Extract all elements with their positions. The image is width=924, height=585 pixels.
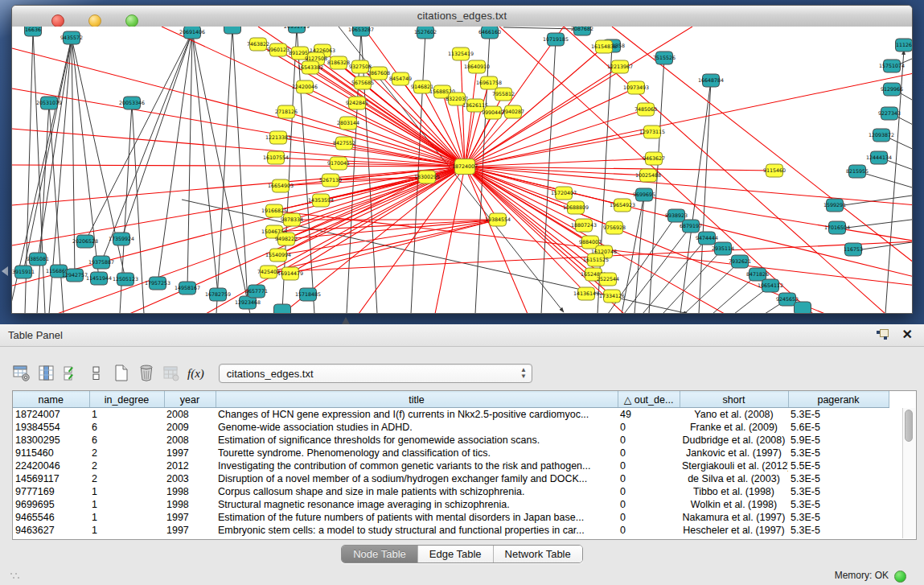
cell-pagerank[interactable]: 5.9E-5: [788, 434, 889, 447]
table-row[interactable]: 1456911722003Disruption of a novel membe…: [13, 472, 889, 485]
cell-out_degree[interactable]: 0: [618, 421, 680, 434]
cell-title[interactable]: Tourette syndrome. Phenomenology and cla…: [216, 447, 618, 459]
cell-title[interactable]: Disruption of a novel member of a sodium…: [216, 472, 618, 485]
table-row[interactable]: 911546021997Tourette syndrome. Phenomeno…: [13, 447, 889, 459]
table-row[interactable]: 946362711997Embryonic stem cells: a mode…: [13, 524, 889, 537]
cell-short[interactable]: Tibbo et al. (1998): [680, 485, 788, 498]
cell-short[interactable]: Dudbridge et al. (2008): [680, 434, 788, 447]
column-header-title[interactable]: title: [216, 392, 618, 408]
cell-name[interactable]: 9463627: [13, 524, 89, 537]
cell-year[interactable]: 2008: [164, 408, 216, 421]
cell-year[interactable]: 2009: [164, 421, 216, 434]
column-header-in_degree[interactable]: in_degree: [89, 392, 164, 408]
cell-title[interactable]: Genome-wide association studies in ADHD.: [216, 421, 618, 434]
cell-title[interactable]: Estimation of the future numbers of pati…: [216, 511, 618, 524]
cell-year[interactable]: 2012: [164, 459, 216, 472]
column-header-year[interactable]: year: [164, 392, 216, 408]
cell-out_degree[interactable]: 0: [618, 472, 680, 485]
cell-name[interactable]: 9465546: [13, 511, 89, 524]
table-row[interactable]: 977716911998Corpus callosum shape and si…: [13, 485, 889, 498]
cell-out_degree[interactable]: 0: [618, 447, 680, 459]
cell-short[interactable]: de Silva et al. (2003): [680, 472, 788, 485]
column-header-short[interactable]: short: [680, 392, 788, 408]
table-row[interactable]: 1872400712008Changes of HCN gene express…: [13, 408, 889, 421]
cell-out_degree[interactable]: 0: [618, 511, 680, 524]
column-header-pagerank[interactable]: pagerank: [788, 392, 889, 408]
cell-in_degree[interactable]: 2: [89, 447, 164, 459]
cell-in_degree[interactable]: 1: [89, 485, 164, 498]
cell-in_degree[interactable]: 1: [89, 498, 164, 511]
cell-year[interactable]: 1998: [164, 498, 216, 511]
cell-name[interactable]: 18300295: [13, 434, 89, 447]
cell-pagerank[interactable]: 5.3E-5: [788, 447, 889, 459]
cell-out_degree[interactable]: 0: [618, 434, 680, 447]
cell-year[interactable]: 2008: [164, 434, 216, 447]
cell-pagerank[interactable]: 5.3E-5: [788, 524, 889, 537]
cell-year[interactable]: 1997: [164, 447, 216, 459]
cell-title[interactable]: Investigating the contribution of common…: [216, 459, 618, 472]
cell-title[interactable]: Estimation of significance thresholds fo…: [216, 434, 618, 447]
cell-short[interactable]: Franke et al. (2009): [680, 421, 788, 434]
graph-node[interactable]: [274, 304, 291, 313]
cell-out_degree[interactable]: 0: [618, 459, 680, 472]
cell-short[interactable]: Yano et al. (2008): [680, 408, 788, 421]
cell-title[interactable]: Corpus callosum shape and size in male p…: [216, 485, 618, 498]
cell-name[interactable]: 9777169: [13, 485, 89, 498]
cell-name[interactable]: 14569117: [13, 472, 89, 485]
cell-name[interactable]: 19384554: [13, 421, 89, 434]
table-row[interactable]: 969969511998Structural magnetic resonanc…: [13, 498, 889, 511]
cell-pagerank[interactable]: 5.3E-5: [788, 472, 889, 485]
show-columns-icon[interactable]: [36, 363, 57, 384]
table-row[interactable]: 1830029562008Estimation of significance …: [13, 434, 889, 447]
column-header-out_degree[interactable]: △ out_de...: [618, 392, 680, 408]
cell-title[interactable]: Changes of HCN gene expression and I(f) …: [216, 408, 618, 421]
tab-network-table[interactable]: Network Table: [494, 546, 582, 562]
cell-in_degree[interactable]: 6: [89, 421, 164, 434]
cell-pagerank[interactable]: 5.3E-5: [788, 485, 889, 498]
cell-pagerank[interactable]: 5.5E-5: [788, 459, 889, 472]
network-selector-dropdown[interactable]: citations_edges.txt ▲▼: [219, 364, 532, 383]
cell-title[interactable]: Embryonic stem cells: a model to study s…: [216, 524, 618, 537]
close-panel-icon[interactable]: ✕: [902, 328, 913, 342]
cell-in_degree[interactable]: 1: [89, 511, 164, 524]
graph-node[interactable]: [795, 302, 811, 313]
table-row[interactable]: 946554611997Estimation of the future num…: [13, 511, 889, 524]
function-builder-icon[interactable]: f(x): [187, 367, 204, 381]
cell-year[interactable]: 1997: [164, 511, 216, 524]
table-row[interactable]: 1938455462009Genome-wide association stu…: [13, 421, 889, 434]
cell-out_degree[interactable]: 49: [618, 408, 680, 421]
cell-pagerank[interactable]: 5.6E-5: [788, 421, 889, 434]
cell-in_degree[interactable]: 2: [89, 459, 164, 472]
cell-short[interactable]: Wolkin et al. (1998): [680, 498, 788, 511]
cell-in_degree[interactable]: 1: [89, 408, 164, 421]
scrollbar-thumb[interactable]: [905, 410, 913, 442]
cell-short[interactable]: Nakamura et al. (1997): [680, 511, 788, 524]
cell-year[interactable]: 2003: [164, 472, 216, 485]
cell-name[interactable]: 9115460: [13, 447, 89, 459]
cell-short[interactable]: Jankovic et al. (1997): [680, 447, 788, 459]
cell-name[interactable]: 22420046: [13, 459, 89, 472]
tab-edge-table[interactable]: Edge Table: [418, 546, 494, 562]
table-settings-icon[interactable]: [11, 363, 32, 384]
cell-in_degree[interactable]: 6: [89, 434, 164, 447]
cell-out_degree[interactable]: 0: [618, 498, 680, 511]
cell-out_degree[interactable]: 0: [618, 524, 680, 537]
row-height-icon[interactable]: [86, 363, 107, 384]
cell-in_degree[interactable]: 1: [89, 524, 164, 537]
float-window-icon[interactable]: [877, 329, 889, 340]
new-table-icon[interactable]: [111, 363, 132, 384]
cell-out_degree[interactable]: 0: [618, 485, 680, 498]
network-canvas[interactable]: 1663694355722069140620931719106532871527…: [12, 27, 912, 313]
cell-name[interactable]: 18724007: [13, 408, 89, 421]
cell-pagerank[interactable]: 5.3E-5: [788, 511, 889, 524]
table-vertical-scrollbar[interactable]: [902, 408, 915, 538]
select-columns-icon[interactable]: [61, 363, 82, 384]
resize-grip-icon[interactable]: [10, 572, 23, 580]
cell-pagerank[interactable]: 5.3E-5: [788, 408, 889, 421]
cell-in_degree[interactable]: 2: [89, 472, 164, 485]
cell-title[interactable]: Structural magnetic resonance image aver…: [216, 498, 618, 511]
window-titlebar[interactable]: citations_edges.txt: [12, 6, 912, 27]
cell-year[interactable]: 1997: [164, 524, 216, 537]
cell-year[interactable]: 1998: [164, 485, 216, 498]
tab-node-table[interactable]: Node Table: [342, 546, 418, 562]
